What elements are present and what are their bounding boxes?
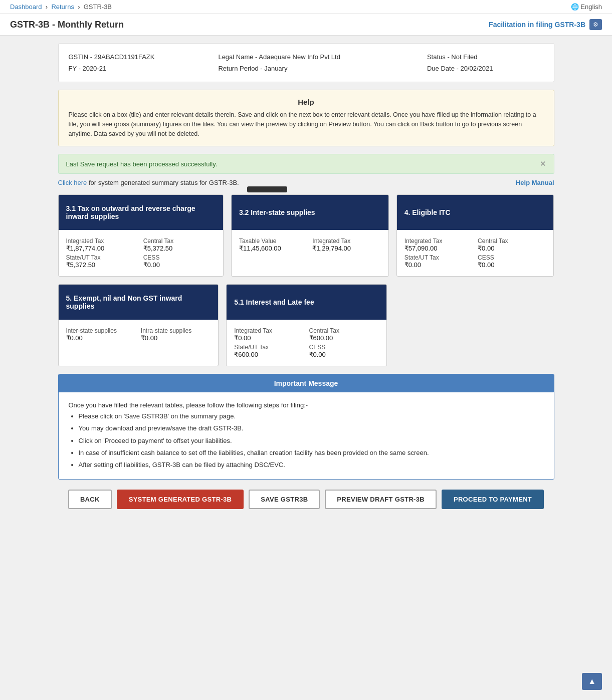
tile-5-1-body: Integrated Tax ₹0.00 Central Tax ₹600.00… bbox=[227, 320, 386, 366]
tile-4-field-2: State/UT Tax ₹0.00 bbox=[404, 254, 473, 269]
page-header: GSTR-3B - Monthly Return Facilitation in… bbox=[0, 14, 612, 36]
tile-4-field-0: Integrated Tax ₹57,090.00 bbox=[404, 238, 473, 252]
tile-4-field-1: Central Tax ₹0.00 bbox=[478, 238, 546, 252]
tile-4-field-3: CESS ₹0.00 bbox=[478, 254, 546, 269]
success-message: Last Save request has been processed suc… bbox=[66, 160, 218, 168]
button-row: BACK SYSTEM GENERATED GSTR-3B SAVE GSTR3… bbox=[58, 490, 554, 509]
summary-text: Click here for system generated summary … bbox=[58, 179, 239, 186]
tile-5[interactable]: 5. Exempt, nil and Non GST inward suppli… bbox=[58, 284, 219, 366]
tile-5-1-field-3: CESS ₹0.00 bbox=[309, 344, 379, 358]
tile-3-2-header: 3.2 Inter-state supplies bbox=[232, 195, 388, 230]
list-item-4: After setting off liabilities, GSTR-3B c… bbox=[79, 459, 544, 471]
language-selector[interactable]: 🌐 English bbox=[571, 3, 602, 11]
status-label: Status - Not Filed bbox=[427, 51, 544, 63]
help-title: Help bbox=[69, 98, 544, 106]
important-list: Please click on 'Save GSTR3B' on the sum… bbox=[79, 411, 544, 470]
tile-3-2-field-1: Integrated Tax ₹1,29,794.00 bbox=[312, 238, 380, 252]
tile-5-1[interactable]: 5.1 Interest and Late fee Integrated Tax… bbox=[226, 284, 387, 366]
close-success-button[interactable]: ✕ bbox=[540, 159, 546, 168]
tile-5-1-header: 5.1 Interest and Late fee bbox=[227, 285, 386, 320]
tile-3-1[interactable]: 3.1 Tax on outward and reverse charge in… bbox=[58, 194, 224, 277]
list-item-1: You may download and preview/save the dr… bbox=[79, 423, 544, 434]
list-item-3: In case of insufficient cash balance to … bbox=[79, 447, 544, 458]
info-box: GSTIN - 29ABACD1191FAZK Legal Name - Ada… bbox=[58, 43, 554, 82]
breadcrumb-current: GSTR-3B bbox=[84, 3, 112, 11]
gstin-label: GSTIN - 29ABACD1191FAZK bbox=[69, 51, 219, 63]
tile-3-1-field-3: CESS ₹0.00 bbox=[143, 254, 216, 269]
tile-5-field-1: Intra-state supplies ₹0.00 bbox=[141, 327, 211, 342]
tiles-row-1: 3.1 Tax on outward and reverse charge in… bbox=[58, 194, 554, 277]
return-period-label: Return Period - January bbox=[218, 63, 427, 74]
proceed-button[interactable]: PROCEED TO PAYMENT bbox=[442, 490, 544, 509]
tile-3-2[interactable]: 3.2 Inter-state supplies Taxable Value ₹… bbox=[231, 194, 389, 277]
system-generated-button[interactable]: SYSTEM GENERATED GSTR-3B bbox=[117, 490, 244, 509]
fy-label: FY - 2020-21 bbox=[69, 63, 219, 74]
settings-icon[interactable]: ⚙ bbox=[589, 19, 602, 30]
tile-4-body: Integrated Tax ₹57,090.00 Central Tax ₹0… bbox=[397, 230, 554, 276]
tile-5-1-field-0: Integrated Tax ₹0.00 bbox=[234, 327, 304, 342]
tile-4-header: 4. Eligible ITC bbox=[397, 195, 554, 230]
list-item-2: Click on 'Proceed to payment' to offset … bbox=[79, 435, 544, 446]
list-item-0: Please click on 'Save GSTR3B' on the sum… bbox=[79, 411, 544, 422]
important-intro: Once you have filled the relevant tables… bbox=[69, 400, 544, 411]
breadcrumb-returns[interactable]: Returns bbox=[51, 3, 74, 11]
click-here-link[interactable]: Click here bbox=[58, 179, 87, 186]
breadcrumb: Dashboard › Returns › GSTR-3B bbox=[10, 3, 112, 11]
tile-5-body: Inter-state supplies ₹0.00 Intra-state s… bbox=[59, 320, 219, 349]
due-date-label: Due Date - 20/02/2021 bbox=[427, 63, 544, 74]
tile-4[interactable]: 4. Eligible ITC Integrated Tax ₹57,090.0… bbox=[396, 194, 554, 277]
tile-3-1-field-1: Central Tax ₹5,372.50 bbox=[143, 238, 216, 252]
tile-5-header: 5. Exempt, nil and Non GST inward suppli… bbox=[59, 285, 219, 320]
main-content: GSTIN - 29ABACD1191FAZK Legal Name - Ada… bbox=[51, 36, 562, 527]
tile-3-1-header: 3.1 Tax on outward and reverse charge in… bbox=[59, 195, 223, 230]
back-button[interactable]: BACK bbox=[68, 490, 112, 509]
summary-bar: Click here for system generated summary … bbox=[58, 179, 554, 186]
save-button[interactable]: SAVE GSTR3B bbox=[249, 490, 320, 509]
empty-tile-slot bbox=[394, 284, 554, 366]
tile-3-1-field-2: State/UT Tax ₹5,372.50 bbox=[66, 254, 138, 269]
important-box: Important Message Once you have filled t… bbox=[58, 374, 554, 480]
help-manual-link[interactable]: Help Manual bbox=[516, 179, 554, 186]
tile-5-1-field-2: State/UT Tax ₹600.00 bbox=[234, 344, 304, 358]
important-body: Once you have filled the relevant tables… bbox=[59, 392, 554, 479]
important-header: Important Message bbox=[59, 374, 554, 392]
tile-3-1-field-0: Integrated Tax ₹1,87,774.00 bbox=[66, 238, 138, 252]
help-box: Help Please click on a box (tile) and en… bbox=[58, 90, 554, 146]
facilitation-link[interactable]: Facilitation in filing GSTR-3B bbox=[489, 21, 585, 29]
success-bar: Last Save request has been processed suc… bbox=[58, 154, 554, 174]
summary-suffix: for system generated summary status for … bbox=[87, 179, 239, 186]
tile-3-1-body: Integrated Tax ₹1,87,774.00 Central Tax … bbox=[59, 230, 223, 276]
legal-name-label: Legal Name - Adaequare New Info Pvt Ltd bbox=[218, 51, 427, 63]
preview-button[interactable]: PREVIEW DRAFT GSTR-3B bbox=[325, 490, 437, 509]
page-title: GSTR-3B - Monthly Return bbox=[10, 20, 124, 30]
breadcrumb-dashboard[interactable]: Dashboard bbox=[10, 3, 42, 11]
tile-5-1-field-1: Central Tax ₹600.00 bbox=[309, 327, 379, 342]
tiles-row-2: 5. Exempt, nil and Non GST inward suppli… bbox=[58, 284, 554, 366]
help-text: Please click on a box (tile) and enter r… bbox=[69, 110, 544, 138]
tile-5-field-0: Inter-state supplies ₹0.00 bbox=[66, 327, 136, 342]
tooltip-arrow bbox=[247, 186, 287, 192]
top-bar: Dashboard › Returns › GSTR-3B 🌐 English bbox=[0, 0, 612, 14]
tile-3-2-body: Taxable Value ₹11,45,600.00 Integrated T… bbox=[232, 230, 388, 260]
tile-3-2-field-0: Taxable Value ₹11,45,600.00 bbox=[239, 238, 307, 252]
